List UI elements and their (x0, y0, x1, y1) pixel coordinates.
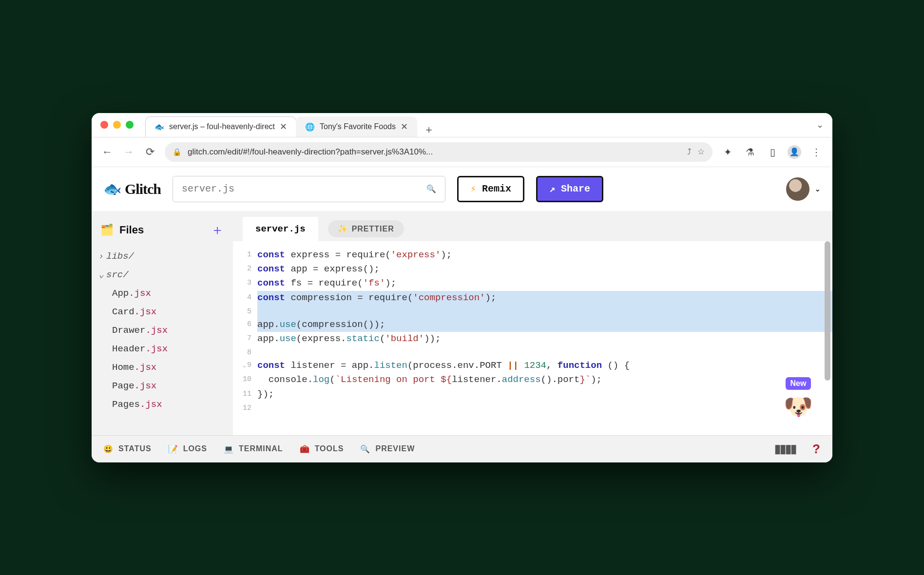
chevron-down-icon: ⌄ (814, 184, 821, 193)
bolt-icon: ⚡ (470, 183, 476, 195)
file-item[interactable]: Header.jsx (98, 340, 228, 358)
tab-close-icon[interactable]: ✕ (280, 121, 287, 132)
toolbar: ← → ⟳ 🔒 glitch.com/edit/#!/foul-heavenly… (92, 137, 832, 167)
prettier-label: PRETTIER (352, 225, 394, 233)
file-item[interactable]: Home.jsx (98, 358, 228, 377)
profile-icon[interactable]: 👤 (788, 145, 801, 159)
preview-icon: 🔍 (360, 444, 370, 454)
share-arrow-icon: ↗ (549, 183, 555, 195)
url-text: glitch.com/edit/#!/foul-heavenly-directi… (188, 147, 681, 157)
editor-tabs: server.js ✨ PRETTIER (233, 211, 832, 241)
editor-tab-active[interactable]: server.js (243, 217, 318, 241)
code-area[interactable]: 1const express = require('express');2con… (233, 241, 832, 435)
file-item[interactable]: Page.jsx (98, 377, 228, 395)
address-bar[interactable]: 🔒 glitch.com/edit/#!/foul-heavenly-direc… (165, 142, 712, 162)
keyboard-icon[interactable]: ▮▮▮▮ (774, 442, 796, 456)
prettier-button[interactable]: ✨ PRETTIER (328, 220, 404, 237)
new-badge-label: New (786, 377, 811, 390)
footer: 😃STATUS📝LOGS💻TERMINAL🧰TOOLS🔍PREVIEW ▮▮▮▮… (92, 435, 832, 462)
new-tab-button[interactable]: ＋ (422, 122, 436, 137)
share-button[interactable]: ↗ Share (536, 176, 603, 202)
back-button[interactable]: ← (100, 145, 114, 159)
avatar (786, 177, 809, 201)
dog-icon: 🐶 (784, 393, 813, 421)
labs-icon[interactable]: ⚗ (743, 145, 757, 159)
user-menu[interactable]: ⌄ (786, 177, 821, 201)
scrollbar[interactable] (825, 241, 830, 435)
forward-button[interactable]: → (122, 145, 135, 159)
remix-label: Remix (482, 183, 511, 194)
lock-icon: 🔒 (173, 148, 182, 156)
maximize-window-button[interactable] (126, 121, 134, 129)
footer-tools[interactable]: 🧰TOOLS (300, 444, 344, 454)
new-badge[interactable]: New 🐶 (784, 377, 813, 421)
files-header: 🗂️ Files ＋ (96, 218, 228, 247)
file-item[interactable]: Card.jsx (98, 303, 228, 321)
logs-icon: 📝 (168, 444, 178, 454)
tab-title: Tony's Favorite Foods (320, 122, 396, 131)
file-item[interactable]: Pages.jsx (98, 395, 228, 414)
sparkle-icon: ✨ (338, 224, 348, 233)
file-item[interactable]: App.jsx (98, 284, 228, 303)
footer-logs[interactable]: 📝LOGS (168, 444, 207, 454)
bookmark-icon[interactable]: ☆ (697, 147, 705, 157)
file-item[interactable]: Drawer.jsx (98, 321, 228, 340)
minimize-window-button[interactable] (113, 121, 121, 129)
traffic-lights (100, 121, 134, 129)
browser-tab[interactable]: 🌐 Tony's Favorite Foods ✕ (296, 116, 417, 137)
brand-text: Glitch (125, 181, 161, 197)
extensions-icon[interactable]: ✦ (720, 145, 735, 159)
footer-status[interactable]: 😃STATUS (103, 444, 152, 454)
tab-close-icon[interactable]: ✕ (401, 121, 408, 132)
files-heading: Files (119, 224, 144, 236)
files-icon: 🗂️ (100, 224, 114, 236)
reload-button[interactable]: ⟳ (143, 145, 157, 159)
close-window-button[interactable] (100, 121, 108, 129)
browser-tab-active[interactable]: 🐟 server.js – foul-heavenly-direct ✕ (145, 116, 296, 137)
terminal-icon: 💻 (224, 444, 234, 454)
folder-src[interactable]: ⌄src/ (98, 266, 228, 284)
project-search[interactable]: 🔍 (173, 176, 445, 202)
search-input[interactable] (182, 183, 421, 194)
browser-window: 🐟 server.js – foul-heavenly-direct ✕ 🌐 T… (92, 113, 832, 462)
tab-list-button[interactable]: ⌄ (816, 119, 824, 130)
browser-tabs: 🐟 server.js – foul-heavenly-direct ✕ 🌐 T… (145, 113, 811, 137)
sidepanel-icon[interactable]: ▯ (765, 145, 780, 159)
file-tree: ›libs/ ⌄src/ App.jsxCard.jsxDrawer.jsxHe… (96, 247, 228, 414)
glitch-logo[interactable]: 🐟 Glitch (103, 180, 161, 197)
folder-libs[interactable]: ›libs/ (98, 247, 228, 266)
glitch-fish-icon: 🐟 (103, 180, 121, 197)
tools-icon: 🧰 (300, 444, 310, 454)
editor: server.js ✨ PRETTIER 1const express = re… (233, 211, 832, 435)
globe-icon: 🌐 (305, 122, 315, 132)
footer-terminal[interactable]: 💻TERMINAL (224, 444, 283, 454)
share-label: Share (561, 183, 590, 194)
titlebar: 🐟 server.js – foul-heavenly-direct ✕ 🌐 T… (92, 113, 832, 137)
menu-icon[interactable]: ⋮ (809, 145, 824, 159)
search-icon: 🔍 (426, 184, 436, 193)
help-button[interactable]: ? (812, 441, 821, 457)
sidebar: 🗂️ Files ＋ ›libs/ ⌄src/ App.jsxCard.jsxD… (92, 211, 233, 435)
tab-title: server.js – foul-heavenly-direct (169, 122, 275, 131)
main: 🗂️ Files ＋ ›libs/ ⌄src/ App.jsxCard.jsxD… (92, 211, 832, 435)
footer-preview[interactable]: 🔍PREVIEW (360, 444, 415, 454)
status-icon: 😃 (103, 444, 114, 454)
remix-button[interactable]: ⚡ Remix (457, 176, 524, 202)
favicon-icon: 🐟 (154, 122, 164, 132)
share-icon[interactable]: ⤴ (687, 147, 692, 157)
app-header: 🐟 Glitch 🔍 ⚡ Remix ↗ Share ⌄ (92, 167, 832, 211)
new-file-button[interactable]: ＋ (211, 221, 224, 239)
